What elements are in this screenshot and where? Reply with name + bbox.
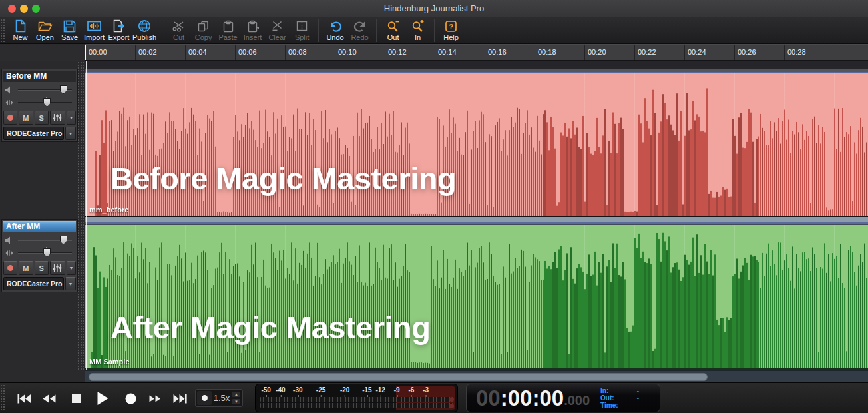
pan-slider[interactable] xyxy=(17,246,75,259)
waveform-after-mm xyxy=(85,225,868,368)
scrollbar-thumb[interactable] xyxy=(89,373,708,381)
zoom-in-magnifier-icon xyxy=(411,19,425,33)
app-window: Hindenburg Journalist Pro New Open Save xyxy=(0,0,868,413)
meter-led-strip-left xyxy=(260,397,453,402)
pan-slider[interactable] xyxy=(17,96,75,109)
chevron-down-icon: ▼ xyxy=(69,266,73,270)
paste-clipboard-icon xyxy=(222,19,234,33)
solo-button[interactable]: S xyxy=(35,111,49,125)
import-button[interactable]: Import xyxy=(82,18,107,43)
solo-button[interactable]: S xyxy=(35,261,49,275)
speed-increase-button[interactable]: ▲ xyxy=(232,391,241,398)
ruler-tick: 00:20 xyxy=(584,45,634,60)
toolbar-label: Redo xyxy=(351,33,368,41)
mute-button[interactable]: M xyxy=(19,111,33,125)
pan-slider-thumb[interactable] xyxy=(43,248,51,257)
mute-button[interactable]: M xyxy=(19,261,33,275)
track-options-button[interactable]: ▼ xyxy=(67,261,76,275)
device-dropdown-button[interactable]: ▼ xyxy=(65,127,76,140)
volume-slider[interactable] xyxy=(17,83,75,96)
undo-button[interactable]: Undo xyxy=(323,18,347,43)
save-button[interactable]: Save xyxy=(57,18,82,43)
waveform-lane-after-mm[interactable]: After Magic Mastering MM Sample xyxy=(85,225,868,368)
playhead-marker[interactable] xyxy=(85,45,86,60)
clear-button[interactable]: Clear xyxy=(265,18,290,43)
clip-label: MM Sample xyxy=(89,358,130,366)
ruler-left-spacer xyxy=(0,44,85,61)
new-button[interactable]: New xyxy=(8,18,33,43)
chevron-down-icon: ▼ xyxy=(69,282,73,286)
input-device-select[interactable]: RODECaster Pro St... xyxy=(3,277,64,290)
toolbar-label: Insert xyxy=(244,33,262,41)
insert-button[interactable]: Insert xyxy=(240,18,265,43)
playback-speed-control[interactable]: 1.5x ▲ ▼ xyxy=(195,389,243,407)
stop-button[interactable] xyxy=(69,383,84,413)
lane-top-strip xyxy=(85,61,868,73)
record-arm-button[interactable] xyxy=(3,261,17,275)
pan-slider-thumb[interactable] xyxy=(43,98,51,107)
time-display: 00 : 00:00 .000 In:- Out:- Time:- xyxy=(466,384,660,412)
ruler-tick: 00:10 xyxy=(335,45,385,60)
ruler-tick: 00:18 xyxy=(535,45,584,60)
window-title: Hindenburg Journalist Pro xyxy=(0,0,868,17)
titlebar: Hindenburg Journalist Pro xyxy=(0,0,868,17)
paste-button[interactable]: Paste xyxy=(216,18,240,43)
fast-forward-button[interactable] xyxy=(146,383,164,413)
time-colon: : xyxy=(501,386,508,411)
skip-to-end-button[interactable] xyxy=(170,383,189,413)
chevron-down-icon: ▼ xyxy=(69,131,73,136)
record-arm-button[interactable] xyxy=(3,111,17,125)
zoom-in-button[interactable]: In xyxy=(405,18,430,43)
track-headers-sidebar: Before MM xyxy=(0,61,85,370)
track-divider[interactable] xyxy=(85,216,868,225)
clear-icon xyxy=(271,19,284,33)
import-audio-icon xyxy=(87,19,101,33)
device-dropdown-button[interactable]: ▼ xyxy=(65,277,76,290)
timeline-ruler: 00:00 00:02 00:04 00:06 00:08 00:10 00:1… xyxy=(0,44,868,61)
toolbar-separator xyxy=(434,19,435,42)
time-hours: 00 xyxy=(476,386,501,411)
record-button[interactable] xyxy=(122,383,138,413)
help-button[interactable]: ? Help xyxy=(439,18,463,43)
volume-slider-thumb[interactable] xyxy=(60,236,67,244)
toolbar-label: New xyxy=(13,33,27,41)
split-button[interactable]: Split xyxy=(290,18,314,43)
volume-slider-thumb[interactable] xyxy=(60,85,67,94)
track-name[interactable]: Before MM xyxy=(3,71,76,82)
waveform-lane-before-mm[interactable]: Before Magic Mastering mm_before xyxy=(85,73,868,216)
copy-button[interactable]: Copy xyxy=(191,18,216,43)
publish-button[interactable]: Publish xyxy=(131,18,158,43)
speed-decrease-button[interactable]: ▼ xyxy=(232,398,241,405)
in-out-fields: In:- Out:- Time:- xyxy=(600,387,639,409)
new-document-icon xyxy=(15,19,27,33)
export-button[interactable]: Export xyxy=(107,18,131,43)
input-device-select[interactable]: RODECaster Pro St... xyxy=(3,127,64,140)
track-name-selected[interactable]: After MM xyxy=(3,221,76,232)
open-button[interactable]: Open xyxy=(33,18,57,43)
redo-button[interactable]: Redo xyxy=(347,18,372,43)
speed-value: 1.5x xyxy=(212,393,232,403)
toolbar-label: In xyxy=(415,33,421,41)
ruler-tick: 00:16 xyxy=(485,45,535,60)
mixer-button[interactable] xyxy=(50,111,65,125)
ruler-scale[interactable]: 00:00 00:02 00:04 00:06 00:08 00:10 00:1… xyxy=(85,44,868,61)
volume-icon xyxy=(5,86,14,94)
rewind-button[interactable] xyxy=(40,383,59,413)
track-options-button[interactable]: ▼ xyxy=(67,111,76,125)
zoom-out-button[interactable]: Out xyxy=(381,18,405,43)
mixer-button[interactable] xyxy=(50,261,65,275)
meter-led-strip-right xyxy=(260,403,453,408)
main-area: Before MM xyxy=(0,61,868,370)
volume-slider[interactable] xyxy=(17,234,75,246)
insert-clipboard-icon xyxy=(247,19,259,33)
playhead-line xyxy=(86,61,87,370)
record-dot-icon xyxy=(7,115,13,121)
speed-record-icon xyxy=(197,391,212,405)
sidebar-resize-handle[interactable] xyxy=(77,61,84,370)
scrollbar-track[interactable] xyxy=(85,370,868,382)
undo-arrow-icon xyxy=(329,19,342,33)
skip-to-start-button[interactable] xyxy=(15,383,33,413)
toolbar: New Open Save Import Export xyxy=(0,17,868,44)
play-button[interactable] xyxy=(93,383,112,413)
cut-button[interactable]: Cut xyxy=(166,18,191,43)
